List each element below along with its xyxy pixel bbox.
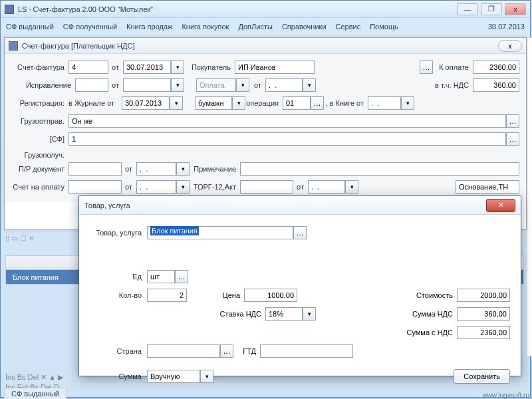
book-date-input[interactable] bbox=[368, 96, 401, 110]
cost-field[interactable] bbox=[457, 289, 510, 302]
lbl-pr-doc: П/Р документ bbox=[11, 165, 68, 173]
app-icon bbox=[5, 5, 14, 14]
payment-type-input[interactable] bbox=[196, 78, 236, 92]
lbl-cost: Стоимость bbox=[409, 291, 457, 299]
invoice-close-button[interactable]: x bbox=[498, 40, 522, 52]
lbl-country: Страна bbox=[90, 347, 147, 355]
menu-bar: СФ выданный СФ полученный Книга продаж К… bbox=[1, 18, 530, 35]
torg-input[interactable] bbox=[240, 180, 293, 194]
item-dialog: Товар, услуга ✕ Товар, услуга Блок питан… bbox=[78, 196, 521, 376]
correction-date-dropdown[interactable] bbox=[171, 78, 184, 92]
lbl-price: Цена bbox=[217, 291, 244, 299]
buyer-input[interactable] bbox=[235, 61, 315, 74]
menu-addsheets[interactable]: ДопЛисты bbox=[238, 23, 272, 31]
note-input[interactable] bbox=[240, 162, 519, 176]
lbl-gtd: ГТД bbox=[233, 347, 260, 355]
lbl-ot-torg: от bbox=[293, 183, 308, 191]
payment-date-input[interactable] bbox=[265, 78, 303, 92]
restore-button[interactable]: ❐ bbox=[481, 3, 502, 15]
menu-sales-book[interactable]: Книга продаж bbox=[126, 23, 172, 31]
pr-date-dropdown[interactable] bbox=[176, 162, 190, 176]
paper-dropdown[interactable] bbox=[232, 96, 245, 110]
footer-tab[interactable]: СФ выданный bbox=[4, 388, 66, 399]
acc-date-input[interactable] bbox=[136, 180, 176, 194]
to-pay-field[interactable] bbox=[473, 61, 519, 74]
vat-rate-input[interactable] bbox=[265, 307, 303, 321]
operation-lookup-button[interactable] bbox=[311, 96, 324, 110]
menu-purchase-book[interactable]: Книга покупок bbox=[182, 23, 229, 31]
lbl-to-pay: К оплате bbox=[433, 63, 473, 71]
sum-with-vat-field[interactable] bbox=[457, 326, 510, 339]
qty-input[interactable] bbox=[147, 289, 187, 302]
invoice-date-input[interactable] bbox=[123, 61, 171, 74]
journal-date-input[interactable] bbox=[122, 96, 170, 110]
pay-acc-input[interactable] bbox=[68, 180, 122, 194]
invoice-date-dropdown[interactable] bbox=[171, 61, 184, 74]
vat-rate-dropdown[interactable] bbox=[303, 307, 316, 321]
right-scrollbar[interactable] bbox=[527, 37, 532, 356]
lbl-reg: Регистрация: bbox=[11, 99, 68, 107]
price-input[interactable] bbox=[244, 289, 297, 302]
menu-service[interactable]: Сервис bbox=[336, 23, 361, 31]
lbl-sf: [СФ] bbox=[11, 135, 68, 143]
dialog-close-button[interactable]: ✕ bbox=[486, 199, 515, 212]
torg-date-dropdown[interactable] bbox=[345, 180, 358, 194]
lbl-vat-rate: Ставка НДС bbox=[217, 310, 265, 318]
unit-lookup-button[interactable] bbox=[175, 270, 188, 283]
pr-date-input[interactable] bbox=[136, 162, 176, 176]
lbl-ot-pay: от bbox=[249, 81, 265, 89]
consigner-lookup-button[interactable] bbox=[506, 114, 519, 128]
paper-input[interactable] bbox=[195, 96, 232, 110]
menu-refs[interactable]: Справочники bbox=[282, 23, 327, 31]
dialog-title: Товар, услуга bbox=[84, 201, 486, 209]
correction-date-input[interactable] bbox=[123, 78, 171, 92]
main-titlebar: LS · Счет-фактура 2.00 ООО "Мотылек" — ❐… bbox=[1, 1, 530, 18]
consignee-input[interactable] bbox=[68, 132, 506, 146]
lbl-invoice: Счет-фактура bbox=[11, 63, 68, 71]
lbl-unit: Ед bbox=[90, 273, 147, 281]
lbl-pay-acc: Счет на оплату bbox=[11, 183, 68, 191]
menu-sf-in[interactable]: СФ полученный bbox=[63, 23, 117, 31]
menu-help[interactable]: Помощь bbox=[370, 23, 398, 31]
item-name-input[interactable]: Блок питания bbox=[150, 226, 199, 235]
sum-mode-input[interactable] bbox=[147, 370, 200, 383]
correction-input[interactable] bbox=[75, 78, 108, 92]
unit-input[interactable] bbox=[147, 270, 175, 283]
payment-type-dropdown[interactable] bbox=[236, 78, 249, 92]
doc-icon bbox=[9, 41, 18, 51]
lbl-ot2: от bbox=[108, 81, 123, 89]
lbl-item: Товар, услуга bbox=[90, 229, 147, 237]
consignee-lookup-button[interactable] bbox=[506, 132, 519, 146]
invoice-window-title: Счет-фактура [Плательщик НДС] bbox=[22, 42, 498, 50]
buyer-lookup-button[interactable] bbox=[420, 61, 433, 74]
window-title: LS · Счет-фактура 2.00 ООО "Мотылек" bbox=[18, 5, 457, 13]
vat-field[interactable] bbox=[473, 78, 519, 92]
payment-date-dropdown[interactable] bbox=[303, 78, 316, 92]
sum-mode-dropdown[interactable] bbox=[200, 370, 213, 383]
acc-date-dropdown[interactable] bbox=[176, 180, 190, 194]
save-button[interactable]: Сохранить bbox=[454, 369, 510, 384]
country-input[interactable] bbox=[147, 344, 220, 358]
menu-sf-out[interactable]: СФ выданный bbox=[6, 23, 54, 31]
vat-sum-field[interactable] bbox=[457, 307, 510, 321]
operation-input[interactable] bbox=[283, 96, 311, 110]
minimize-button[interactable]: — bbox=[457, 3, 478, 15]
lbl-consignee: Грузополуч. bbox=[11, 151, 68, 159]
close-button[interactable]: x bbox=[505, 3, 526, 15]
lbl-ot1: от bbox=[108, 63, 123, 71]
consigner-input[interactable] bbox=[68, 114, 506, 128]
country-lookup-button[interactable] bbox=[220, 344, 233, 358]
lbl-consigner: Грузоотправ. bbox=[11, 117, 68, 125]
gtd-input[interactable] bbox=[260, 344, 353, 358]
lbl-note: Примечание bbox=[190, 165, 240, 173]
basis-input[interactable] bbox=[456, 180, 519, 194]
lbl-operation: операция bbox=[245, 99, 283, 107]
torg-date-input[interactable] bbox=[308, 180, 345, 194]
invoice-no-input[interactable] bbox=[68, 61, 108, 74]
item-lookup-button[interactable] bbox=[293, 226, 307, 239]
menu-date: 30.07.2013 bbox=[488, 23, 525, 31]
journal-date-dropdown[interactable] bbox=[170, 96, 183, 110]
lbl-in-book: , в Книге от bbox=[324, 99, 368, 107]
pr-doc-input[interactable] bbox=[68, 162, 122, 176]
book-date-dropdown[interactable] bbox=[401, 96, 414, 110]
